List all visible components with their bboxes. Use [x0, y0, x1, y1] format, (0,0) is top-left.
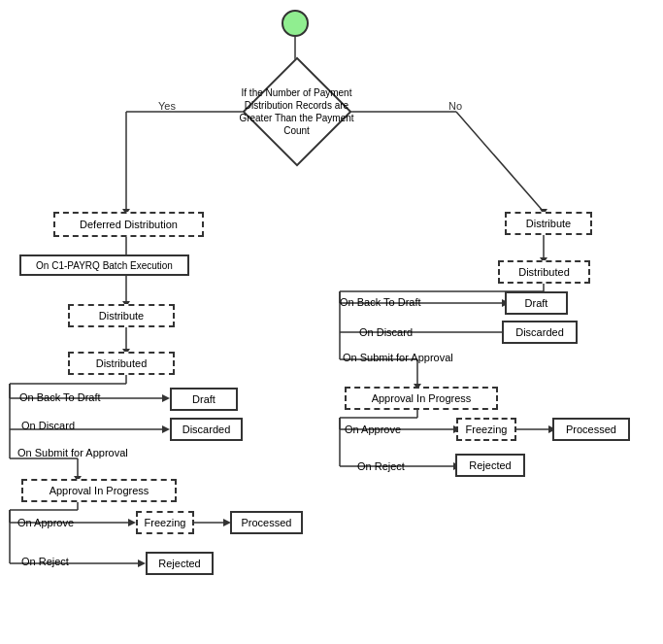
left-submit-approval-label: On Submit for Approval — [17, 447, 128, 458]
right-distribute-box: Distribute — [505, 212, 592, 235]
batch-execution-text: On C1-PAYRQ Batch Execution — [36, 260, 173, 271]
right-processed-box: Processed — [552, 418, 630, 441]
right-submit-approval-label: On Submit for Approval — [343, 352, 453, 363]
deferred-distribution-box: Deferred Distribution — [53, 212, 204, 237]
decision-diamond: If the Number of Payment Distribution Re… — [226, 63, 367, 160]
left-distributed-box: Distributed — [68, 352, 175, 375]
right-approval-progress-box: Approval In Progress — [345, 387, 498, 410]
left-back-to-draft-label: On Back To Draft — [19, 391, 101, 403]
left-rejected-box: Rejected — [146, 552, 214, 575]
svg-line-6 — [456, 112, 544, 212]
right-discard-label: On Discard — [359, 326, 413, 338]
deferred-distribution-label: Deferred Distribution — [80, 219, 178, 230]
right-draft-box: Draft — [505, 291, 568, 315]
right-discarded-box: Discarded — [502, 321, 578, 344]
svg-marker-21 — [162, 425, 170, 433]
right-reject-label: On Reject — [357, 460, 405, 472]
left-distribute-box: Distribute — [68, 304, 175, 327]
left-reject-label: On Reject — [21, 556, 69, 567]
left-distribute-label: Distribute — [99, 310, 144, 322]
yes-label: Yes — [158, 100, 176, 112]
no-label: No — [448, 100, 462, 112]
right-freezing-box: Freezing — [456, 418, 516, 441]
svg-marker-30 — [128, 519, 136, 526]
left-processed-box: Processed — [230, 511, 303, 534]
diagram: If the Number of Payment Distribution Re… — [0, 0, 663, 644]
svg-marker-18 — [162, 394, 170, 402]
left-draft-box: Draft — [170, 388, 238, 411]
decision-label: If the Number of Payment Distribution Re… — [226, 63, 367, 160]
svg-marker-35 — [138, 559, 146, 567]
right-rejected-box: Rejected — [455, 454, 525, 477]
left-distributed-label: Distributed — [96, 357, 148, 369]
left-discard-label: On Discard — [21, 420, 75, 431]
right-distributed-box: Distributed — [498, 260, 590, 284]
right-back-to-draft-label: On Back To Draft — [340, 296, 421, 308]
left-approve-label: On Approve — [17, 517, 74, 528]
left-approval-progress-box: Approval In Progress — [21, 479, 177, 502]
left-freezing-box: Freezing — [136, 511, 194, 534]
right-approve-label: On Approve — [345, 424, 401, 435]
left-discarded-box: Discarded — [170, 418, 243, 441]
batch-execution-label: On C1-PAYRQ Batch Execution — [19, 254, 189, 276]
start-circle — [282, 10, 309, 37]
